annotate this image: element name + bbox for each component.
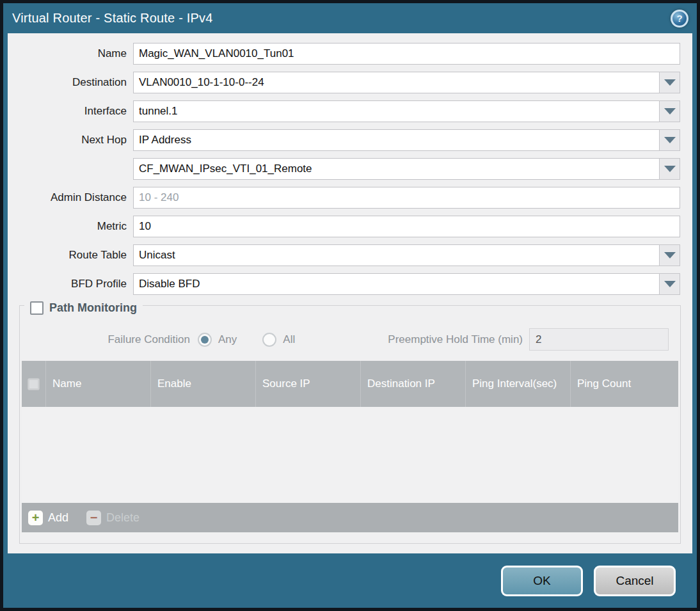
failure-condition-row: Failure Condition Any All Preemptive Hol… — [22, 328, 678, 351]
route-table-dropdown-button[interactable] — [659, 244, 680, 266]
cancel-button[interactable]: Cancel — [594, 566, 676, 596]
bfd-profile-dropdown-button[interactable] — [659, 273, 680, 295]
path-monitoring-legend: Path Monitoring — [24, 301, 143, 315]
failure-condition-any-radio[interactable] — [198, 333, 212, 347]
dialog-content: Name Destination Interface — [8, 33, 692, 553]
next-hop-field-wrap — [133, 129, 680, 151]
form-row-destination: Destination — [8, 72, 692, 93]
chevron-down-icon — [664, 79, 676, 86]
destination-dropdown-button[interactable] — [659, 72, 680, 93]
minus-icon: − — [86, 511, 101, 525]
preemptive-hold-time-group: Preemptive Hold Time (min) — [388, 328, 669, 351]
admin-distance-label: Admin Distance — [8, 191, 133, 204]
dialog-footer: OK Cancel — [3, 553, 697, 608]
column-header-ping-interval: Ping Interval(sec) — [466, 361, 571, 407]
add-button[interactable]: + Add — [28, 511, 68, 525]
chevron-down-icon — [664, 252, 676, 258]
next-hop-address-field-wrap — [133, 158, 680, 180]
form-row-interface: Interface — [8, 100, 692, 122]
admin-distance-input[interactable] — [133, 187, 680, 209]
dialog-window: Virtual Router - Static Route - IPv4 ? N… — [0, 0, 700, 611]
preemptive-hold-time-input[interactable] — [529, 328, 669, 351]
destination-input[interactable] — [133, 72, 660, 93]
interface-field-wrap — [133, 100, 680, 122]
table-body-empty — [22, 407, 678, 503]
preemptive-hold-time-label: Preemptive Hold Time (min) — [388, 333, 529, 346]
delete-button[interactable]: − Delete — [86, 511, 139, 525]
bfd-profile-input[interactable] — [133, 273, 660, 295]
dialog-title: Virtual Router - Static Route - IPv4 — [12, 11, 213, 26]
form-row-next-hop-address — [8, 158, 692, 180]
table-toolbar: + Add − Delete — [22, 503, 678, 532]
column-header-destination-ip: Destination IP — [361, 361, 466, 407]
route-table-field-wrap — [133, 244, 680, 266]
plus-icon: + — [28, 511, 43, 525]
form-row-metric: Metric — [8, 216, 692, 237]
failure-condition-all-label: All — [283, 333, 295, 346]
add-button-label: Add — [48, 511, 68, 525]
next-hop-address-input[interactable] — [133, 158, 660, 180]
help-icon[interactable]: ? — [671, 10, 688, 28]
table-header: Name Enable Source IP Destination IP Pin… — [22, 361, 678, 407]
titlebar: Virtual Router - Static Route - IPv4 ? — [3, 3, 697, 33]
bfd-profile-field-wrap — [133, 273, 680, 295]
route-table-input[interactable] — [133, 244, 660, 266]
metric-field-wrap — [133, 216, 680, 237]
failure-condition-radio-group: Any All — [198, 333, 321, 347]
interface-input[interactable] — [133, 100, 660, 122]
path-monitoring-checkbox[interactable] — [30, 301, 44, 315]
form-row-route-table: Route Table — [8, 244, 692, 266]
next-hop-type-input[interactable] — [133, 129, 660, 151]
chevron-down-icon — [664, 137, 676, 143]
failure-condition-any-label: Any — [218, 333, 237, 346]
select-all-cell — [22, 361, 46, 407]
form-row-name: Name — [8, 43, 692, 65]
name-field-wrap — [133, 43, 680, 65]
interface-label: Interface — [8, 105, 133, 118]
destination-label: Destination — [8, 76, 133, 89]
column-header-source-ip: Source IP — [256, 361, 361, 407]
chevron-down-icon — [664, 166, 676, 172]
metric-label: Metric — [8, 220, 133, 233]
destination-field-wrap — [133, 72, 680, 93]
form-row-next-hop: Next Hop — [8, 129, 692, 151]
select-all-checkbox[interactable] — [28, 378, 40, 390]
form-row-admin-distance: Admin Distance — [8, 187, 692, 209]
column-header-name: Name — [46, 361, 151, 407]
static-route-dialog: Virtual Router - Static Route - IPv4 ? N… — [3, 3, 697, 608]
name-input[interactable] — [133, 43, 680, 65]
bfd-profile-label: BFD Profile — [8, 278, 133, 290]
column-header-enable: Enable — [151, 361, 256, 407]
admin-distance-field-wrap — [133, 187, 680, 209]
chevron-down-icon — [664, 108, 676, 115]
failure-condition-all-radio[interactable] — [262, 333, 276, 347]
path-monitoring-table: Name Enable Source IP Destination IP Pin… — [22, 361, 678, 532]
form-row-bfd-profile: BFD Profile — [8, 273, 692, 295]
delete-button-label: Delete — [106, 511, 139, 525]
ok-button[interactable]: OK — [501, 566, 583, 596]
interface-dropdown-button[interactable] — [659, 100, 680, 122]
chevron-down-icon — [664, 281, 676, 287]
column-header-ping-count: Ping Count — [571, 361, 678, 407]
path-monitoring-title: Path Monitoring — [49, 301, 137, 315]
next-hop-address-dropdown-button[interactable] — [659, 158, 680, 180]
metric-input[interactable] — [133, 216, 680, 237]
name-label: Name — [8, 47, 133, 60]
failure-condition-label: Failure Condition — [22, 333, 198, 346]
route-table-label: Route Table — [8, 249, 133, 262]
next-hop-dropdown-button[interactable] — [659, 129, 680, 151]
next-hop-label: Next Hop — [8, 134, 133, 147]
path-monitoring-section: Path Monitoring Failure Condition Any Al… — [19, 305, 681, 544]
